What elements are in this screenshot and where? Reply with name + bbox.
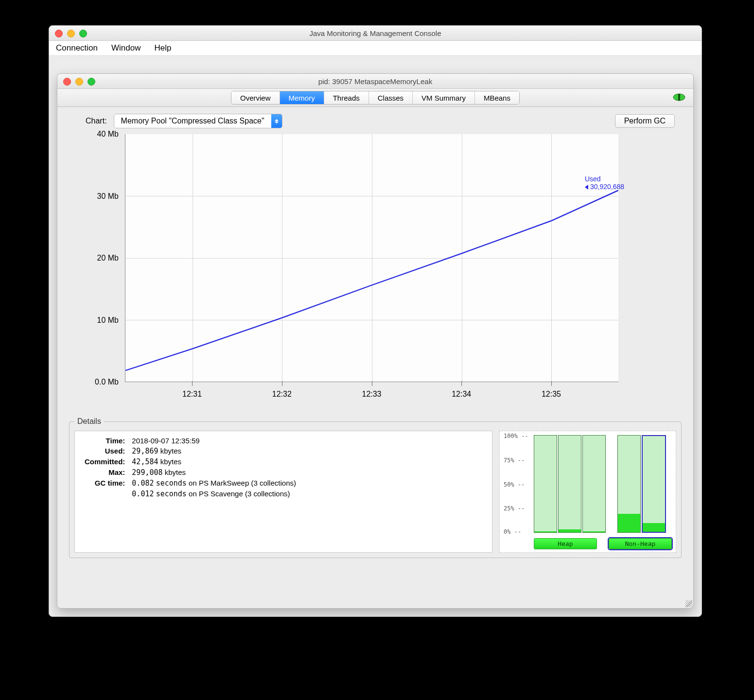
heap-group-button[interactable]: Heap [534,538,597,549]
y-tick: 20 Mb [97,254,119,262]
tab-threads[interactable]: Threads [324,91,369,104]
chart-line [125,134,618,382]
inner-titlebar: pid: 39057 MetaspaceMemoryLeak [57,74,693,89]
y-tick: 40 Mb [97,130,119,139]
inner-zoom-icon[interactable] [88,78,95,86]
connection-status-icon [673,93,685,102]
tab-vm-summary[interactable]: VM Summary [413,91,475,104]
menubar: Connection Window Help [49,41,701,56]
tab-memory[interactable]: Memory [280,91,324,104]
inner-window-title: pid: 39057 MetaspaceMemoryLeak [57,77,693,86]
menu-connection[interactable]: Connection [56,43,98,53]
x-tick: 12:31 [182,390,202,399]
chevron-up-down-icon [271,114,282,128]
outer-titlebar: Java Monitoring & Management Console [49,26,701,41]
chart-label: Chart: [86,117,107,125]
chart-select-value: Memory Pool "Compressed Class Space" [114,117,271,125]
inner-minimize-icon[interactable] [75,78,83,86]
outer-window: Java Monitoring & Management Console Con… [49,25,702,617]
nonheap-bar-1[interactable] [642,435,666,533]
inner-window: pid: 39057 MetaspaceMemoryLeak Overview … [57,73,694,609]
chart-select[interactable]: Memory Pool "Compressed Class Space" [114,114,282,128]
memory-chart: 40 Mb 30 Mb 20 Mb 10 Mb 0.0 Mb [69,134,682,406]
y-tick: 10 Mb [97,316,119,325]
menu-help[interactable]: Help [154,43,171,53]
resize-grip-icon[interactable] [685,600,692,607]
tab-mbeans[interactable]: MBeans [475,91,519,104]
y-tick: 30 Mb [97,192,119,201]
nonheap-group-button[interactable]: Non-Heap [609,538,672,549]
heap-bar-1[interactable] [558,435,581,533]
y-tick: 0.0 Mb [95,378,119,386]
chart-annotation: Used 30,920,688 [585,175,624,191]
x-tick: 12:33 [362,390,381,399]
inner-close-icon[interactable] [63,78,71,86]
x-tick: 12:32 [272,390,292,399]
tab-overview[interactable]: Overview [231,91,280,104]
perform-gc-button[interactable]: Perform GC [615,114,675,128]
zoom-icon[interactable] [79,30,87,37]
close-icon[interactable] [55,30,63,37]
details-panel: Details Time:2018-09-07 12:35:59 Used:29… [69,417,682,558]
x-tick: 12:35 [542,390,561,399]
nonheap-bar-0[interactable] [617,435,641,533]
pool-bars-panel: 100% 75% 50% 25% 0% [499,431,676,553]
menu-window[interactable]: Window [111,43,140,53]
plot-area[interactable] [125,134,618,382]
heap-bar-0[interactable] [534,435,557,533]
details-legend: Details [74,417,104,426]
tab-bar: Overview Memory Threads Classes VM Summa… [57,89,693,107]
outer-window-title: Java Monitoring & Management Console [49,29,701,37]
tab-classes[interactable]: Classes [369,91,413,104]
heap-bar-2[interactable] [582,435,606,533]
x-tick: 12:34 [452,390,471,399]
minimize-icon[interactable] [67,30,75,37]
svg-rect-1 [678,94,680,101]
details-text: Time:2018-09-07 12:35:59 Used:29,869 kby… [74,431,492,553]
